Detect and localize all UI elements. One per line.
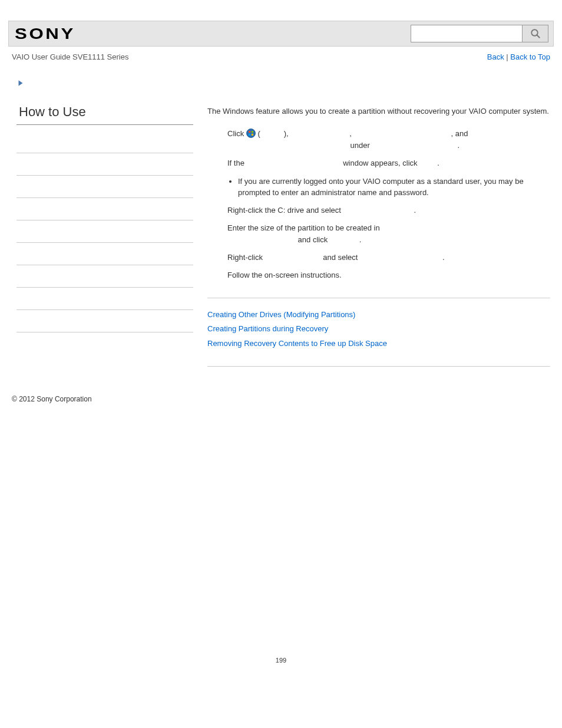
step1-text-d: , (349, 129, 353, 138)
step1-text-b: ( (256, 129, 260, 138)
header-bar: SONY (8, 21, 554, 47)
step-3: Enter the size of the partition to be cr… (227, 222, 550, 246)
related-link-3[interactable]: Removing Recovery Contents to Free up Di… (207, 338, 550, 350)
main: How to Use The Windows feature allows yo… (0, 89, 562, 377)
sidebar-item[interactable] (16, 288, 193, 310)
step1sub-a: If the (227, 159, 247, 167)
page-number: 199 (0, 657, 562, 687)
svg-rect-6 (252, 134, 253, 136)
intro-text: The Windows feature allows you to create… (207, 106, 550, 117)
related-link-2[interactable]: Creating Partitions during Recovery (207, 323, 550, 335)
search-button[interactable] (523, 25, 548, 42)
back-to-top-link[interactable]: Back to Top (510, 52, 550, 61)
sidebar-heading: How to Use (16, 101, 193, 125)
step-5: Follow the on-screen instructions. (227, 269, 550, 281)
step3-b: and click (296, 235, 330, 244)
sidebar: How to Use (16, 101, 193, 377)
sidebar-item[interactable] (16, 243, 193, 265)
step-2: Right-click the C: drive and select . (227, 205, 550, 216)
divider-line-2 (207, 366, 550, 367)
note-item: If you are currently logged onto your VA… (238, 176, 550, 199)
divider: | (504, 52, 511, 61)
chevron-right-icon (16, 79, 25, 87)
step3-a: Enter the size of the partition to be cr… (227, 223, 380, 232)
step1-text-a: Click (227, 129, 246, 138)
step3-c: . (359, 235, 362, 244)
step4-b: and select (321, 253, 361, 262)
sidebar-item[interactable] (16, 153, 193, 176)
step2-b: . (414, 206, 416, 215)
step-1: Click (), , , and under . (227, 128, 550, 151)
step4-a: Right-click (227, 253, 265, 262)
step-4: Right-click and select . (227, 252, 550, 263)
step2-a: Right-click the C: drive and select (227, 206, 343, 215)
svg-rect-3 (249, 131, 250, 133)
sidebar-item[interactable] (16, 131, 193, 153)
svg-line-1 (537, 35, 540, 38)
sidebar-item[interactable] (16, 310, 193, 332)
search-icon (530, 28, 541, 39)
step1-text-g: . (457, 141, 459, 150)
search-input[interactable] (411, 25, 523, 42)
divider-line (207, 298, 550, 298)
subheader: VAIO User Guide SVE1111 Series Back | Ba… (0, 47, 562, 61)
back-link[interactable]: Back (487, 52, 504, 61)
related-link-1[interactable]: Creating Other Drives (Modifying Partiti… (207, 309, 550, 321)
sony-logo: SONY (15, 25, 75, 43)
svg-rect-5 (249, 134, 250, 136)
svg-point-2 (246, 129, 255, 138)
step1-text-e: , and (451, 129, 468, 138)
search-wrap (411, 25, 548, 42)
step1-text-f: under (348, 141, 372, 150)
sidebar-item[interactable] (16, 265, 193, 288)
sidebar-item[interactable] (16, 220, 193, 243)
breadcrumb-chevron (0, 61, 562, 89)
sidebar-item[interactable] (16, 198, 193, 220)
note-list: If you are currently logged onto your VA… (238, 176, 550, 199)
svg-rect-4 (252, 131, 253, 133)
guide-title: VAIO User Guide SVE1111 Series (12, 52, 128, 61)
step4-c: . (442, 253, 445, 262)
step1-text-c: ), (284, 129, 291, 138)
windows-start-icon (246, 129, 256, 138)
step1sub-c: . (437, 159, 439, 167)
copyright: © 2012 Sony Corporation (0, 377, 562, 403)
sidebar-item[interactable] (16, 176, 193, 198)
related-links: Creating Other Drives (Modifying Partiti… (207, 309, 550, 349)
nav-links: Back | Back to Top (487, 52, 550, 61)
content: The Windows feature allows you to create… (207, 101, 550, 377)
step1sub-b: window appears, click (341, 159, 420, 167)
step-1-sub: If the window appears, click . (227, 157, 550, 169)
